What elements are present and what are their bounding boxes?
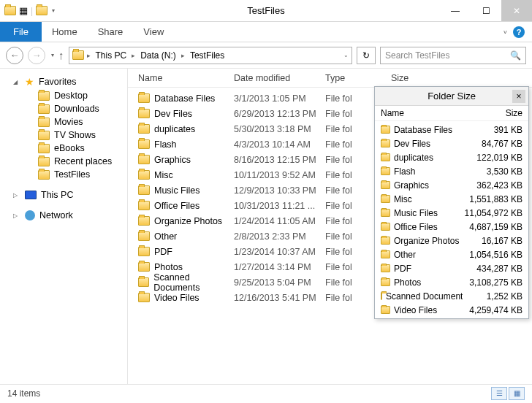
popup-row[interactable]: Office Files4,687,159 KB — [375, 220, 528, 234]
sidebar-item[interactable]: Movies — [0, 115, 127, 128]
ribbon-expand-icon[interactable]: ⅴ — [503, 28, 507, 35]
popup-close-button[interactable]: × — [512, 90, 525, 103]
popup-row-size: 3,108,275 KB — [463, 277, 522, 288]
popup-row[interactable]: Organize Photos16,167 KB — [375, 234, 528, 247]
refresh-button[interactable]: ↻ — [357, 47, 376, 64]
expand-icon[interactable]: ▷ — [13, 192, 20, 199]
folder-icon — [138, 262, 150, 272]
sidebar-item[interactable]: Downloads — [0, 102, 127, 115]
maximize-button[interactable]: ☐ — [471, 0, 501, 21]
popup-row[interactable]: Scanned Documents1,252 KB — [375, 289, 528, 303]
popup-row[interactable]: Misc1,551,883 KB — [375, 192, 528, 206]
header-date[interactable]: Date modified — [234, 73, 325, 83]
details-view-button[interactable]: ☰ — [491, 387, 507, 400]
back-button[interactable]: ← — [6, 47, 23, 64]
popup-header-name[interactable]: Name — [381, 108, 464, 118]
sidebar-favorites[interactable]: ◢ ★ Favorites — [0, 74, 127, 89]
search-icon[interactable]: 🔍 — [510, 50, 521, 61]
popup-row[interactable]: Video Files4,259,474 KB — [375, 303, 528, 317]
sidebar-item[interactable]: Recent places — [0, 155, 127, 168]
popup-row-name: Database Files — [394, 125, 452, 135]
close-button[interactable]: ✕ — [501, 0, 532, 21]
history-dropdown-icon[interactable]: ▾ — [51, 52, 54, 58]
popup-row[interactable]: Music Files11,054,972 KB — [375, 206, 528, 220]
chevron-right-icon[interactable]: ▸ — [180, 52, 186, 59]
icons-view-button[interactable]: ▦ — [509, 387, 525, 400]
expand-icon[interactable]: ▷ — [13, 212, 20, 219]
ribbon: File Home Share View ⅴ ? — [0, 22, 532, 42]
folder-icon — [138, 277, 149, 287]
up-button[interactable]: ↑ — [58, 49, 64, 61]
file-name: Video Files — [154, 293, 200, 303]
file-date: 10/11/2013 9:52 AM — [234, 170, 325, 180]
file-name: Organize Photos — [154, 216, 222, 226]
popup-row[interactable]: Flash3,530 KB — [375, 164, 528, 178]
file-name: PDF — [154, 247, 172, 257]
popup-row[interactable]: Database Files391 KB — [375, 123, 528, 137]
tab-share[interactable]: Share — [88, 22, 134, 42]
popup-row[interactable]: PDF434,287 KB — [375, 261, 528, 275]
folder-icon — [38, 91, 50, 101]
sidebar: ◢ ★ Favorites DesktopDownloadsMoviesTV S… — [0, 69, 128, 384]
tab-home[interactable]: Home — [42, 22, 88, 42]
collapse-icon[interactable]: ◢ — [13, 79, 20, 85]
folder-icon — [138, 247, 150, 256]
sidebar-item[interactable]: TV Shows — [0, 128, 127, 142]
forward-button[interactable]: → — [28, 47, 45, 64]
header-name[interactable]: Name — [128, 73, 234, 83]
file-name: Scanned Documents — [153, 272, 234, 293]
address-dropdown-icon[interactable]: ⌄ — [343, 52, 349, 58]
properties-icon[interactable]: ▦ — [19, 5, 28, 16]
file-date: 1/27/2014 3:14 PM — [234, 262, 325, 272]
search-input[interactable]: Search TestFiles 🔍 — [380, 47, 526, 64]
popup-row[interactable]: Graphics362,423 KB — [375, 178, 528, 192]
popup-row-name: Dev Files — [394, 139, 430, 149]
app-icon[interactable] — [4, 6, 16, 15]
sidebar-item-label: Desktop — [54, 91, 88, 101]
folder-icon — [138, 124, 150, 134]
folder-icon — [38, 170, 50, 180]
favorites-label: Favorites — [39, 77, 76, 87]
breadcrumb-thispc[interactable]: This PC — [94, 50, 129, 61]
minimize-button[interactable]: — — [440, 0, 471, 21]
sidebar-item-label: Downloads — [54, 104, 99, 114]
new-folder-icon[interactable] — [36, 6, 48, 15]
popup-title: Folder Size — [428, 91, 476, 101]
address-bar[interactable]: ▸ This PC ▸ Data (N:) ▸ TestFiles ⌄ — [69, 47, 353, 64]
sidebar-item[interactable]: eBooks — [0, 142, 127, 155]
popup-row[interactable]: Dev Files84,767 KB — [375, 137, 528, 150]
header-size[interactable]: Size — [391, 73, 532, 83]
breadcrumb-folder[interactable]: TestFiles — [188, 50, 227, 61]
popup-row[interactable]: Photos3,108,275 KB — [375, 275, 528, 289]
header-type[interactable]: Type — [325, 73, 391, 83]
sidebar-thispc[interactable]: ▷ This PC — [0, 188, 127, 202]
sidebar-item[interactable]: Desktop — [0, 89, 127, 102]
popup-titlebar[interactable]: Folder Size × — [375, 87, 528, 106]
file-tab[interactable]: File — [0, 22, 42, 42]
chevron-right-icon[interactable]: ▸ — [86, 52, 92, 59]
popup-row-size: 1,252 KB — [463, 291, 522, 302]
sidebar-item[interactable]: TestFiles — [0, 168, 127, 181]
folder-icon — [381, 195, 390, 203]
sidebar-item-label: TV Shows — [54, 130, 96, 140]
popup-row[interactable]: Other1,054,516 KB — [375, 247, 528, 261]
popup-row[interactable]: duplicates122,019 KB — [375, 150, 528, 164]
folder-icon — [381, 139, 390, 147]
folder-icon — [381, 209, 390, 217]
folder-size-popup: Folder Size × Name Size Database Files39… — [374, 86, 529, 319]
file-date: 4/3/2013 10:14 AM — [234, 139, 325, 150]
file-name: Photos — [154, 262, 183, 272]
sidebar-network[interactable]: ▷ Network — [0, 209, 127, 222]
item-count: 14 items — [7, 388, 40, 399]
breadcrumb-drive[interactable]: Data (N:) — [138, 50, 178, 61]
popup-row-name: Office Files — [394, 222, 438, 232]
popup-list: Database Files391 KBDev Files84,767 KBdu… — [375, 121, 528, 318]
chevron-right-icon[interactable]: ▸ — [130, 52, 137, 59]
popup-row-size: 434,287 KB — [463, 264, 522, 274]
tab-view[interactable]: View — [133, 22, 174, 42]
help-icon[interactable]: ? — [513, 26, 525, 38]
sidebar-item-label: Movies — [54, 117, 83, 127]
qat-dropdown-icon[interactable]: ▾ — [52, 7, 55, 14]
popup-header-size[interactable]: Size — [464, 108, 522, 118]
folder-icon — [138, 109, 150, 118]
